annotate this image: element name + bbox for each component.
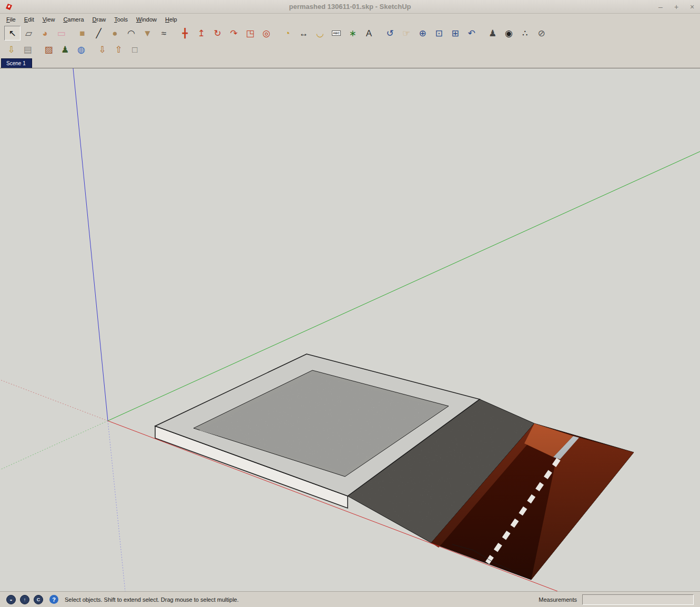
scale-tool-icon[interactable]: ◳ — [242, 26, 258, 41]
menu-file[interactable]: File — [2, 15, 20, 24]
sketchup-logo — [4, 2, 14, 12]
help-icon[interactable]: ? — [49, 595, 58, 604]
zoom-extents-tool-icon[interactable]: ⊞ — [447, 26, 463, 41]
geo-location-icon[interactable]: ◍ — [73, 43, 89, 57]
menu-view[interactable]: View — [38, 15, 59, 24]
axes-tool-icon[interactable]: ∗ — [344, 26, 361, 41]
push-pull-tool-icon[interactable]: ↥ — [193, 26, 209, 41]
share-component-icon[interactable]: □ — [127, 43, 143, 57]
zoom-tool-icon[interactable]: ⊕ — [414, 26, 431, 41]
previous-view-tool-icon-glyph: ↶ — [468, 29, 475, 38]
threed-text-tool-icon-glyph: A — [366, 29, 372, 38]
rotate-tool-icon[interactable]: ↻ — [209, 26, 226, 41]
look-around-tool-icon-glyph: ◉ — [505, 29, 513, 38]
menu-bar: FileEditViewCameraDrawToolsWindowHelp — [0, 14, 700, 25]
tape-measure-tool-icon[interactable]: ◔ — [279, 26, 296, 41]
menu-help[interactable]: Help — [161, 15, 181, 24]
geo-location-icon-glyph: ◍ — [77, 45, 85, 54]
blue-axis — [73, 68, 108, 421]
toolbar-separator — [36, 44, 40, 56]
zoom-window-tool-icon-glyph: ⊡ — [435, 29, 442, 38]
protractor-tool-icon-glyph: ◡ — [316, 29, 324, 38]
share-model-icon[interactable]: ⇧ — [110, 43, 127, 57]
share-component-icon-glyph: □ — [132, 45, 137, 54]
position-camera-tool-icon-glyph: ♟ — [489, 29, 496, 38]
status-message: Select objects. Shift to extend select. … — [65, 596, 239, 603]
paint-bucket-tool-icon-glyph: ◕ — [42, 29, 47, 38]
walk-tool-icon-glyph: ∴ — [522, 29, 528, 38]
status-bar: ◒↑C ? Select objects. Shift to extend se… — [0, 591, 700, 607]
close-button[interactable]: × — [688, 2, 696, 12]
scene-tab-strip: Scene 1 — [0, 58, 700, 68]
share-model-icon-glyph: ⇧ — [115, 45, 122, 54]
zoom-tool-icon-glyph: ⊕ — [419, 29, 426, 38]
freehand-tool-icon[interactable]: ≈ — [156, 26, 172, 41]
rotate-tool-icon-glyph: ↻ — [214, 29, 221, 38]
import-model-icon[interactable]: ⇩ — [3, 43, 19, 57]
toolbar-separator — [377, 27, 382, 39]
3d-viewport-canvas[interactable] — [0, 68, 700, 591]
section-plane-tool-icon[interactable]: ⊘ — [533, 26, 550, 41]
threed-text-tool-icon[interactable]: A — [361, 26, 377, 41]
text-tool-icon-glyph: ABC — [332, 31, 341, 36]
window-controls: –+× — [657, 2, 696, 12]
menu-draw[interactable]: Draw — [88, 15, 110, 24]
text-tool-icon[interactable]: ABC — [328, 26, 344, 41]
make-component-tool-icon-glyph: ▱ — [25, 29, 32, 38]
line-tool-icon[interactable]: ╱ — [90, 26, 107, 41]
zoom-window-tool-icon[interactable]: ⊡ — [431, 26, 447, 41]
minimize-button[interactable]: – — [657, 2, 664, 12]
pan-tool-icon[interactable]: ☞ — [398, 26, 414, 41]
make-component-tool-icon[interactable]: ▱ — [21, 26, 37, 41]
dimension-tool-icon[interactable]: ↔ — [296, 26, 312, 41]
model-status-icon[interactable]: ↑ — [20, 595, 29, 604]
geolocate-status-icon[interactable]: ◒ — [6, 595, 16, 604]
eraser-tool-icon[interactable]: ▭ — [53, 26, 69, 41]
menu-edit[interactable]: Edit — [20, 15, 38, 24]
position-figure-icon-glyph: ♟ — [61, 45, 69, 54]
window-title: permashed 130611-01.skp - SketchUp — [0, 3, 700, 11]
orbit-tool-icon[interactable]: ↺ — [382, 26, 398, 41]
offset-tool-icon-glyph: ◎ — [262, 29, 270, 38]
axes-tool-icon-glyph: ∗ — [349, 29, 356, 38]
get-models-icon-glyph: ⇩ — [98, 45, 106, 54]
rectangle-tool-icon-glyph: ■ — [79, 29, 85, 38]
menu-window[interactable]: Window — [132, 15, 161, 24]
position-camera-tool-icon[interactable]: ♟ — [484, 26, 501, 41]
export-model-icon-glyph: ▤ — [23, 45, 32, 54]
credits-status-icon[interactable]: C — [34, 595, 43, 604]
maximize-button[interactable]: + — [673, 2, 680, 12]
circle-tool-icon[interactable]: ● — [107, 26, 123, 41]
circle-tool-icon-glyph: ● — [112, 29, 117, 38]
menu-tools[interactable]: Tools — [110, 15, 132, 24]
polygon-tool-icon[interactable]: ▼ — [139, 26, 156, 41]
menu-camera[interactable]: Camera — [59, 15, 88, 24]
tape-measure-tool-icon-glyph: ◔ — [285, 29, 290, 38]
get-models-icon[interactable]: ⇩ — [94, 43, 110, 57]
look-around-tool-icon[interactable]: ◉ — [501, 26, 517, 41]
paint-bucket-tool-icon[interactable]: ◕ — [37, 26, 53, 41]
eraser-tool-icon-glyph: ▭ — [57, 29, 65, 38]
move-tool-icon[interactable]: ╋ — [177, 26, 193, 41]
offset-tool-icon[interactable]: ◎ — [258, 26, 275, 41]
protractor-tool-icon[interactable]: ◡ — [312, 26, 328, 41]
title-bar[interactable]: permashed 130611-01.skp - SketchUp –+× — [0, 0, 700, 14]
photo-textures-icon-glyph: ▨ — [44, 45, 53, 54]
toolbar-separator — [172, 27, 177, 39]
3d-viewport[interactable] — [0, 68, 700, 591]
select-tool-icon[interactable]: ↖ — [4, 26, 21, 41]
previous-view-tool-icon[interactable]: ↶ — [463, 26, 480, 41]
push-pull-tool-icon-glyph: ↥ — [197, 29, 205, 38]
scene-tab[interactable]: Scene 1 — [1, 58, 32, 68]
measurements-input[interactable] — [582, 594, 694, 605]
walk-tool-icon[interactable]: ∴ — [517, 26, 533, 41]
arc-tool-icon[interactable]: ◠ — [123, 26, 139, 41]
move-tool-icon-glyph: ╋ — [182, 29, 187, 38]
follow-me-tool-icon[interactable]: ↷ — [226, 26, 242, 41]
photo-textures-icon[interactable]: ▨ — [40, 43, 57, 57]
line-tool-icon-glyph: ╱ — [96, 29, 101, 38]
toolbar-separator — [275, 27, 279, 39]
position-figure-icon[interactable]: ♟ — [57, 43, 73, 57]
export-model-icon[interactable]: ▤ — [19, 43, 36, 57]
rectangle-tool-icon[interactable]: ■ — [74, 26, 90, 41]
